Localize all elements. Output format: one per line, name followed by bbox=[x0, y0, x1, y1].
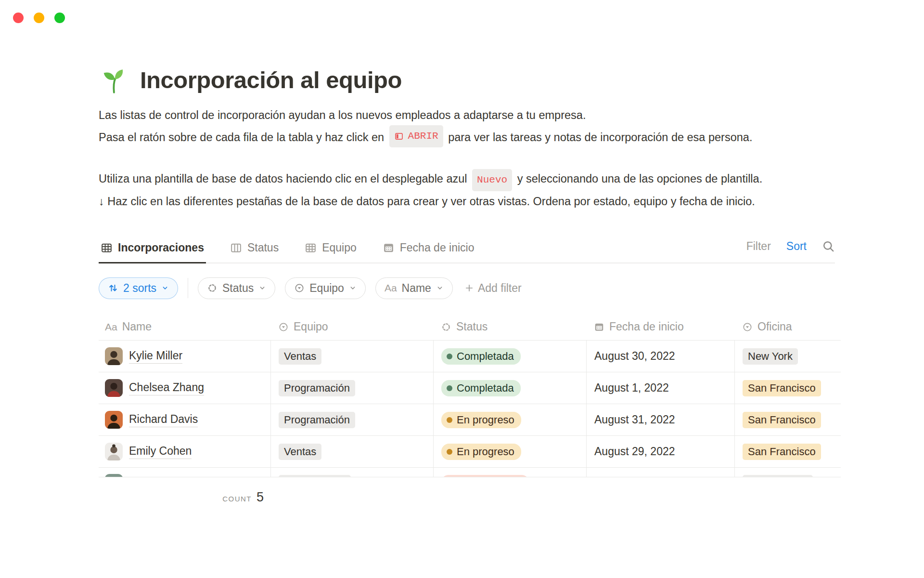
table-row-partial bbox=[99, 468, 841, 477]
equipo-cell[interactable]: Programación bbox=[270, 404, 433, 435]
fecha-cell[interactable] bbox=[586, 468, 734, 477]
board-icon bbox=[230, 242, 242, 254]
status-cell[interactable] bbox=[433, 468, 586, 477]
person-name-link[interactable]: Kylie Miller bbox=[129, 349, 182, 364]
status-cell[interactable]: Completada bbox=[433, 341, 586, 372]
abrir-badge: ABRIR bbox=[389, 125, 443, 147]
onboarding-table: Aa Name Equipo Status Fecha de inicio bbox=[99, 314, 841, 505]
table-row: Emily Cohen Ventas En progreso August 29… bbox=[99, 436, 841, 468]
column-header-label: Status bbox=[456, 320, 488, 333]
status-cell[interactable]: En progreso bbox=[433, 404, 586, 435]
sort-button[interactable]: Sort bbox=[786, 240, 807, 253]
sorts-pill[interactable]: 2 sorts bbox=[99, 277, 178, 299]
filter-pill-equipo[interactable]: Equipo bbox=[285, 277, 366, 299]
name-cell[interactable] bbox=[99, 468, 270, 477]
avatar bbox=[105, 443, 123, 460]
add-filter-label: Add filter bbox=[478, 282, 522, 295]
column-header-oficina[interactable]: Oficina bbox=[734, 314, 841, 340]
oficina-tag: San Francisco bbox=[743, 444, 821, 460]
status-tag: En progreso bbox=[441, 412, 521, 428]
page-title: Incorporación al equipo bbox=[140, 66, 402, 93]
status-dot bbox=[447, 449, 452, 455]
equipo-tag: Programación bbox=[279, 380, 355, 396]
tab-label: Equipo bbox=[322, 241, 357, 254]
equipo-cell[interactable]: Ventas bbox=[270, 341, 433, 372]
filter-button[interactable]: Filter bbox=[746, 240, 771, 253]
plus-icon bbox=[464, 283, 474, 293]
name-cell[interactable]: Richard Davis bbox=[99, 404, 270, 435]
person-name-link[interactable]: Chelsea Zhang bbox=[129, 381, 204, 395]
sorts-pill-label: 2 sorts bbox=[123, 282, 156, 295]
count-footer[interactable]: COUNT 5 bbox=[99, 490, 270, 505]
avatar bbox=[105, 347, 123, 365]
select-icon bbox=[278, 322, 289, 332]
column-header-fecha[interactable]: Fecha de inicio bbox=[586, 314, 734, 340]
oficina-cell[interactable]: San Francisco bbox=[734, 372, 841, 404]
column-header-label: Equipo bbox=[294, 320, 328, 333]
minimize-window-button[interactable] bbox=[34, 13, 44, 23]
status-dot bbox=[447, 354, 452, 359]
equipo-cell[interactable] bbox=[270, 468, 433, 477]
fecha-cell[interactable]: August 29, 2022 bbox=[586, 436, 734, 467]
oficina-cell[interactable]: San Francisco bbox=[734, 404, 841, 435]
status-cell[interactable]: En progreso bbox=[433, 436, 586, 467]
status-tag: Completada bbox=[441, 348, 521, 365]
equipo-tag: Ventas bbox=[279, 444, 321, 460]
status-tag: Completada bbox=[441, 380, 521, 396]
name-cell[interactable]: Emily Cohen bbox=[99, 436, 270, 467]
equipo-cell[interactable]: Ventas bbox=[270, 436, 433, 467]
status-dot bbox=[447, 385, 452, 391]
intro-line2-before: Pasa el ratón sobre de cada fila de la t… bbox=[99, 131, 387, 144]
name-cell[interactable]: Kylie Miller bbox=[99, 341, 270, 372]
status-tag: En progreso bbox=[441, 444, 521, 460]
divider bbox=[188, 278, 188, 298]
column-header-status[interactable]: Status bbox=[433, 314, 586, 340]
status-spinner-icon bbox=[207, 283, 218, 293]
equipo-cell[interactable]: Programación bbox=[270, 372, 433, 404]
tab-incorporaciones[interactable]: Incorporaciones bbox=[99, 234, 206, 263]
tips-line1-after: y seleccionando una de las opciones de p… bbox=[514, 172, 762, 185]
column-header-label: Name bbox=[122, 320, 152, 333]
side-peek-icon bbox=[394, 131, 404, 141]
status-dot bbox=[447, 417, 452, 423]
add-filter-button[interactable]: Add filter bbox=[464, 282, 522, 295]
person-name-link[interactable]: Richard Davis bbox=[129, 413, 198, 427]
status-cell[interactable]: Completada bbox=[433, 372, 586, 404]
seedling-icon[interactable] bbox=[99, 65, 128, 95]
nuevo-badge-label: Nuevo bbox=[477, 170, 507, 190]
table-icon bbox=[101, 242, 113, 254]
oficina-cell[interactable]: New York bbox=[734, 341, 841, 372]
oficina-cell[interactable] bbox=[734, 468, 841, 477]
column-header-equipo[interactable]: Equipo bbox=[270, 314, 433, 340]
filter-pill-status[interactable]: Status bbox=[198, 277, 275, 299]
fecha-cell[interactable]: August 1, 2022 bbox=[586, 372, 734, 404]
table-row: Chelsea Zhang Programación Completada Au… bbox=[99, 372, 841, 404]
text-type-icon: Aa bbox=[385, 282, 397, 294]
equipo-tag: Programación bbox=[279, 412, 355, 428]
zoom-window-button[interactable] bbox=[54, 13, 65, 23]
fecha-cell[interactable]: August 31, 2022 bbox=[586, 404, 734, 435]
name-cell[interactable]: Chelsea Zhang bbox=[99, 372, 270, 404]
column-header-name[interactable]: Aa Name bbox=[99, 314, 270, 340]
filter-pill-name[interactable]: Aa Name bbox=[375, 277, 453, 299]
tab-status[interactable]: Status bbox=[228, 234, 281, 263]
filter-pill-label: Status bbox=[222, 282, 254, 295]
intro-line2-after: para ver las tareas y notas de incorpora… bbox=[445, 131, 753, 144]
close-window-button[interactable] bbox=[13, 13, 24, 23]
table-icon bbox=[305, 242, 317, 254]
chevron-down-icon bbox=[161, 284, 169, 292]
table-row: Kylie Miller Ventas Completada August 30… bbox=[99, 341, 841, 372]
oficina-cell[interactable]: San Francisco bbox=[734, 436, 841, 467]
select-icon bbox=[742, 322, 753, 332]
search-button[interactable] bbox=[822, 240, 835, 253]
avatar bbox=[105, 379, 123, 397]
tab-fecha-de-inicio[interactable]: Fecha de inicio bbox=[381, 234, 476, 263]
tips-line2: ↓ Haz clic en las diferentes pestañas de… bbox=[99, 195, 755, 208]
column-header-label: Fecha de inicio bbox=[609, 320, 684, 333]
database-view-tabs: Incorporaciones Status Equipo Fecha de i… bbox=[99, 234, 835, 263]
avatar bbox=[105, 474, 123, 477]
fecha-cell[interactable]: August 30, 2022 bbox=[586, 341, 734, 372]
person-name-link[interactable]: Emily Cohen bbox=[129, 445, 192, 459]
tab-equipo[interactable]: Equipo bbox=[303, 234, 359, 263]
table-header-row: Aa Name Equipo Status Fecha de inicio bbox=[99, 314, 841, 341]
